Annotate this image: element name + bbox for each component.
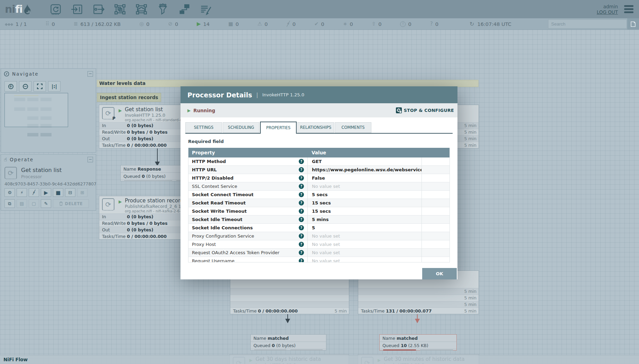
- zoom-fit-button[interactable]: [34, 81, 46, 92]
- running-indicator-icon: ▶: [119, 108, 122, 113]
- zoom-out-button[interactable]: −: [19, 81, 31, 92]
- birdseye-viewport[interactable]: [4, 93, 68, 127]
- help-icon[interactable]: ?: [299, 200, 304, 205]
- search-input[interactable]: [548, 19, 627, 29]
- configure-button[interactable]: ⚙: [4, 188, 15, 197]
- property-value[interactable]: No value set: [307, 182, 422, 190]
- help-icon[interactable]: ?: [299, 192, 304, 197]
- property-value[interactable]: 15 secs: [307, 199, 422, 207]
- canvas-label[interactable]: Ingest station records: [97, 93, 161, 102]
- help-icon[interactable]: ?: [299, 167, 304, 172]
- property-value[interactable]: False: [307, 174, 422, 182]
- help-icon[interactable]: ?: [299, 225, 304, 230]
- paste-icon: ▤: [20, 201, 24, 206]
- disabled-count: 0: [293, 21, 296, 27]
- refresh-icon[interactable]: ↻: [470, 21, 474, 27]
- tab-properties[interactable]: PROPERTIES: [260, 122, 297, 134]
- select-button[interactable]: ▢: [29, 199, 39, 208]
- running-count: 14: [203, 21, 210, 27]
- connection-label-matched[interactable]: Name matched Queued 0 (0 bytes): [250, 334, 326, 351]
- status-locally-modified: ∗0: [343, 21, 353, 27]
- create-template-button[interactable]: ⊟: [65, 188, 75, 197]
- template-icon[interactable]: [177, 2, 191, 16]
- property-value[interactable]: https://www.pegelonline.wsv.de/webservic…: [307, 166, 422, 174]
- property-value[interactable]: 15 secs: [307, 207, 422, 215]
- copy-button[interactable]: ⧉: [4, 199, 15, 208]
- collapse-icon[interactable]: −: [87, 157, 93, 162]
- property-value[interactable]: 5 secs: [307, 191, 422, 199]
- help-icon[interactable]: ?: [299, 250, 304, 255]
- property-value[interactable]: No value set: [307, 232, 422, 240]
- zoom-actual-size-button[interactable]: |:|: [48, 81, 61, 92]
- bulletin-board-icon[interactable]: [627, 18, 639, 30]
- stop-and-configure-button[interactable]: STOP & CONFIGURE: [396, 107, 454, 113]
- select-icon: ▢: [32, 201, 36, 206]
- global-menu-icon[interactable]: [624, 4, 633, 15]
- property-value[interactable]: GET: [307, 157, 422, 165]
- stat-row: 5 min: [358, 288, 479, 295]
- label-icon[interactable]: [199, 2, 213, 16]
- property-row: Socket Write Timeout?15 secs: [188, 207, 450, 215]
- zoom-in-button[interactable]: +: [4, 81, 17, 92]
- group-button[interactable]: ⊞: [77, 188, 87, 197]
- help-icon[interactable]: ?: [299, 233, 304, 239]
- input-port-icon[interactable]: [70, 2, 84, 16]
- app-header: nifi admin LOG OUT: [0, 0, 639, 18]
- property-value[interactable]: 5: [307, 224, 422, 232]
- tab-settings[interactable]: SETTINGS: [185, 122, 222, 133]
- tab-comments[interactable]: COMMENTS: [335, 122, 371, 133]
- property-name: Request Username: [192, 258, 299, 262]
- help-icon[interactable]: ?: [299, 258, 304, 262]
- process-group-icon[interactable]: [113, 2, 127, 16]
- output-port-icon[interactable]: [92, 2, 105, 16]
- property-name: SSL Context Service: [192, 184, 299, 189]
- tab-scheduling[interactable]: SCHEDULING: [223, 122, 259, 133]
- property-value[interactable]: No value set: [307, 257, 422, 262]
- queued-count: 613 / 162.02 KB: [80, 21, 121, 27]
- enable-button[interactable]: ⚡: [17, 188, 27, 197]
- help-icon[interactable]: ?: [299, 159, 304, 164]
- help-icon[interactable]: ?: [299, 217, 304, 222]
- canvas-label[interactable]: Water levels data: [97, 80, 479, 87]
- disable-button[interactable]: ⚡╱: [29, 188, 39, 197]
- play-icon: ▶: [44, 190, 48, 196]
- selected-component-id[interactable]: 408c9703-8457-33b0-9c4d-432dd6277807: [4, 182, 96, 186]
- brush-icon: ✎: [44, 201, 48, 206]
- property-name: Socket Connect Timeout: [192, 192, 299, 197]
- properties-table-header: Property Value: [188, 148, 450, 157]
- remote-process-group-icon[interactable]: [135, 2, 148, 16]
- paste-button[interactable]: ▤: [17, 199, 27, 208]
- stat-row: Tasks/Time131 / 00:00:00.0775 min: [358, 307, 479, 314]
- invalid-icon: ⚠: [258, 21, 262, 27]
- status-transmitting: ◎0: [139, 21, 149, 27]
- stopped-count: 0: [235, 21, 239, 27]
- sync-failure-icon: ?: [430, 21, 433, 27]
- property-value[interactable]: 5 mins: [307, 215, 422, 223]
- help-icon[interactable]: ?: [299, 242, 304, 247]
- disabled-icon: ⚡╱: [286, 21, 290, 27]
- ok-button[interactable]: OK: [422, 268, 457, 279]
- connection-label-matched-queued[interactable]: Name matched Queued 10 (2.55 KB): [379, 334, 457, 351]
- delete-button[interactable]: DELETE: [53, 199, 89, 208]
- selected-component-name: Get station list: [21, 167, 62, 173]
- navigate-panel: Navigate − + − |:|: [1, 68, 96, 153]
- processor-name: Produce station records: [125, 198, 186, 204]
- breadcrumb[interactable]: NiFi Flow: [3, 355, 28, 364]
- logout-link[interactable]: LOG OUT: [597, 9, 618, 15]
- start-button[interactable]: ▶: [41, 188, 51, 197]
- help-icon[interactable]: ?: [299, 184, 304, 189]
- processor-icon[interactable]: [49, 2, 63, 16]
- property-value[interactable]: No value set: [307, 240, 422, 248]
- help-icon[interactable]: ?: [299, 175, 304, 181]
- change-color-button[interactable]: ✎: [41, 199, 51, 208]
- help-icon[interactable]: ?: [299, 209, 304, 214]
- funnel-icon[interactable]: [156, 2, 170, 16]
- property-row: Socket Connect Timeout?5 secs: [188, 191, 450, 199]
- property-value[interactable]: No value set: [307, 249, 422, 257]
- status-running: ▶14: [197, 21, 210, 27]
- collapse-icon[interactable]: −: [87, 71, 93, 77]
- stop-button[interactable]: ■: [53, 188, 63, 197]
- tab-relationships[interactable]: RELATIONSHIPS: [297, 122, 334, 133]
- running-icon: ▶: [197, 21, 201, 27]
- stale-count: 0: [378, 21, 381, 27]
